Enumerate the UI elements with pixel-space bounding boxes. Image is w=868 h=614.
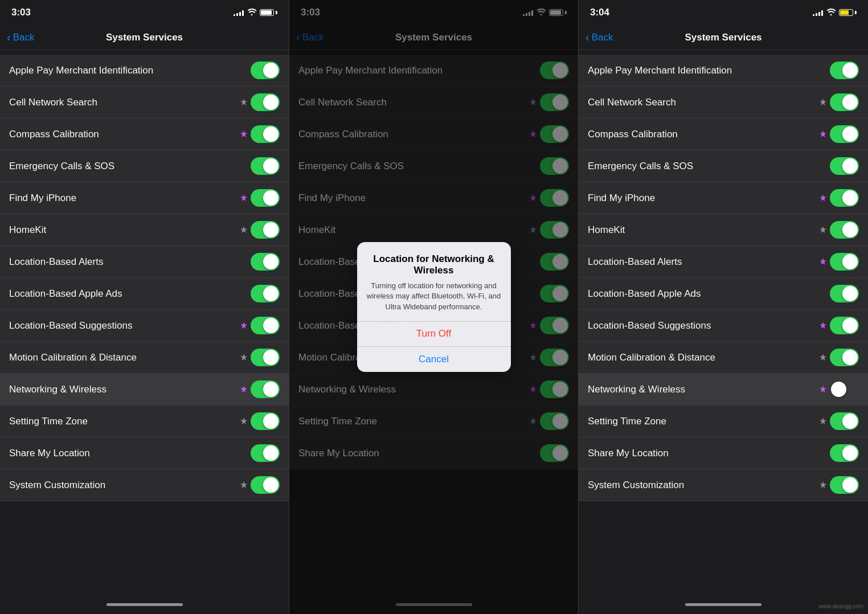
back-label: Back — [13, 32, 35, 43]
toggle-switch[interactable] — [251, 189, 280, 207]
toggle-switch[interactable] — [251, 349, 280, 366]
toggle-switch[interactable] — [830, 62, 859, 79]
nav-bar: ‹BackSystem Services — [0, 25, 289, 50]
settings-item[interactable]: HomeKit — [0, 214, 289, 246]
settings-item[interactable]: Motion Calibration & Distance — [579, 342, 868, 374]
dialog-box: Location for Networking & WirelessTurnin… — [357, 242, 511, 372]
phone-panel-2: 3:03 ‹BackSystem ServicesApple Pay Merch… — [289, 0, 579, 614]
item-label: Motion Calibration & Distance — [9, 352, 137, 363]
toggle-switch[interactable] — [830, 93, 859, 111]
settings-item[interactable]: Location-Based Suggestions — [0, 310, 289, 342]
settings-item[interactable]: Compass Calibration — [579, 118, 868, 150]
settings-item[interactable]: Networking & Wireless — [0, 374, 289, 406]
settings-item[interactable]: Location-Based Apple Ads — [579, 278, 868, 310]
location-arrow-icon — [240, 129, 247, 140]
item-label: Apple Pay Merchant Identification — [9, 65, 153, 76]
item-label: Networking & Wireless — [588, 384, 685, 395]
location-arrow-icon — [820, 353, 826, 363]
toggle-switch[interactable] — [830, 317, 859, 334]
settings-item[interactable]: Location-Based Suggestions — [579, 310, 868, 342]
dialog-cancel-button[interactable]: Cancel — [357, 347, 511, 372]
toggle-switch[interactable] — [830, 349, 859, 366]
settings-item[interactable]: Apple Pay Merchant Identification — [0, 55, 289, 87]
settings-item[interactable]: HomeKit — [579, 214, 868, 246]
settings-item[interactable]: Setting Time Zone — [579, 406, 868, 437]
back-button[interactable]: ‹Back — [7, 31, 34, 44]
toggle-switch[interactable] — [830, 125, 859, 143]
item-left: Find My iPhone — [9, 193, 240, 204]
settings-item[interactable]: Find My iPhone — [0, 182, 289, 214]
settings-item[interactable]: Cell Network Search — [0, 87, 289, 118]
item-right — [820, 93, 859, 111]
toggle-switch[interactable] — [251, 412, 280, 430]
toggle-switch[interactable] — [251, 285, 280, 302]
item-label: Compass Calibration — [9, 129, 99, 140]
settings-item[interactable]: Share My Location — [579, 437, 868, 469]
dialog-overlay[interactable]: Location for Networking & WirelessTurnin… — [289, 0, 578, 614]
location-arrow-icon — [820, 225, 826, 235]
item-label: HomeKit — [588, 224, 625, 236]
location-arrow-icon — [240, 97, 247, 108]
wifi-icon — [247, 8, 256, 17]
status-time: 3:04 — [590, 7, 609, 18]
toggle-switch[interactable] — [251, 476, 280, 494]
toggle-switch[interactable] — [830, 476, 859, 494]
settings-item[interactable]: Apple Pay Merchant Identification — [579, 55, 868, 87]
toggle-switch[interactable] — [830, 221, 859, 239]
item-label: Location-Based Suggestions — [588, 320, 711, 331]
dialog-title: Location for Networking & Wireless — [366, 253, 502, 276]
toggle-switch[interactable] — [830, 189, 859, 207]
item-left: Location-Based Suggestions — [588, 320, 820, 331]
item-label: Apple Pay Merchant Identification — [588, 65, 732, 76]
item-right — [251, 62, 280, 79]
item-left: Apple Pay Merchant Identification — [588, 65, 830, 76]
toggle-switch[interactable] — [830, 380, 859, 398]
settings-item[interactable]: Networking & Wireless — [579, 374, 868, 406]
location-arrow-icon — [240, 353, 247, 363]
toggle-switch[interactable] — [830, 285, 859, 302]
settings-item[interactable]: Share My Location — [0, 437, 289, 469]
toggle-switch[interactable] — [251, 125, 280, 143]
settings-item[interactable]: System Customization — [0, 469, 289, 501]
signal-bars-icon — [234, 9, 244, 16]
settings-item[interactable]: Cell Network Search — [579, 87, 868, 118]
toggle-switch[interactable] — [251, 221, 280, 239]
toggle-switch[interactable] — [830, 412, 859, 430]
settings-item[interactable]: Emergency Calls & SOS — [0, 150, 289, 182]
toggle-switch[interactable] — [251, 93, 280, 111]
settings-item[interactable]: System Customization — [579, 469, 868, 501]
settings-item[interactable]: Motion Calibration & Distance — [0, 342, 289, 374]
toggle-switch[interactable] — [830, 157, 859, 175]
toggle-switch[interactable] — [830, 444, 859, 462]
item-right — [820, 412, 859, 430]
status-icons — [813, 8, 857, 17]
settings-list: Apple Pay Merchant IdentificationCell Ne… — [579, 50, 868, 595]
battery-icon — [839, 9, 857, 16]
settings-item[interactable]: Setting Time Zone — [0, 406, 289, 437]
toggle-switch[interactable] — [830, 253, 859, 271]
toggle-switch[interactable] — [251, 380, 280, 398]
item-left: Location-Based Alerts — [588, 256, 820, 268]
settings-item[interactable]: Location-Based Apple Ads — [0, 278, 289, 310]
item-right — [240, 412, 280, 430]
back-button[interactable]: ‹Back — [586, 31, 613, 44]
item-label: Setting Time Zone — [588, 416, 666, 427]
settings-item[interactable]: Emergency Calls & SOS — [579, 150, 868, 182]
settings-item[interactable]: Location-Based Alerts — [579, 246, 868, 278]
toggle-switch[interactable] — [251, 253, 280, 271]
dialog-destructive-button[interactable]: Turn Off — [357, 322, 511, 347]
settings-item[interactable]: Compass Calibration — [0, 118, 289, 150]
home-bar — [685, 603, 761, 606]
settings-item[interactable]: Location-Based Alerts — [0, 246, 289, 278]
settings-item[interactable]: Find My iPhone — [579, 182, 868, 214]
toggle-switch[interactable] — [251, 444, 280, 462]
item-right — [820, 125, 859, 143]
toggle-switch[interactable] — [251, 317, 280, 334]
toggle-switch[interactable] — [251, 62, 280, 79]
location-arrow-icon — [820, 321, 826, 331]
chevron-left-icon: ‹ — [586, 31, 589, 44]
dialog-message: Turning off location for networking and … — [366, 281, 502, 312]
item-left: Apple Pay Merchant Identification — [9, 65, 251, 76]
item-left: Location-Based Apple Ads — [9, 288, 251, 300]
toggle-switch[interactable] — [251, 157, 280, 175]
